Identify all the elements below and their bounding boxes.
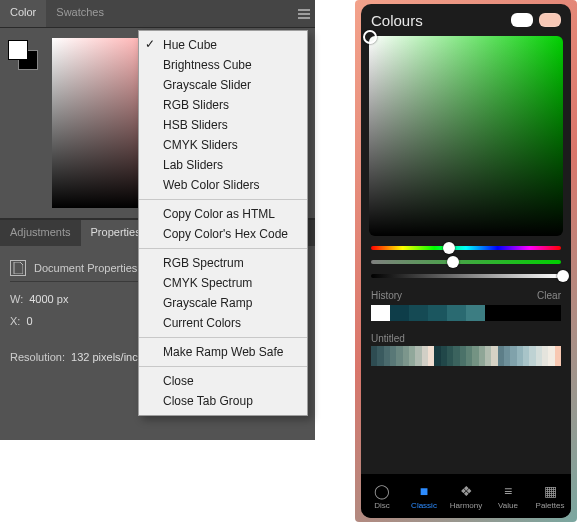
colours-title: Colours: [371, 12, 505, 29]
menu-item[interactable]: RGB Sliders: [139, 95, 307, 115]
document-icon: [10, 260, 26, 276]
history-swatch[interactable]: [466, 305, 485, 321]
value-slider-knob[interactable]: [557, 270, 569, 282]
secondary-colour-swatch[interactable]: [539, 13, 561, 27]
x-value[interactable]: 0: [26, 310, 32, 332]
x-label: X:: [10, 310, 20, 332]
menu-item[interactable]: Copy Color as HTML: [139, 204, 307, 224]
harmony-icon: ❖: [458, 483, 474, 499]
procreate-background: Colours History Clear Untitled ◯ Disc ■: [355, 0, 577, 522]
menu-separator: [139, 248, 307, 249]
palette-label[interactable]: Untitled: [361, 327, 571, 346]
document-properties-title: Document Properties: [34, 257, 137, 279]
width-value[interactable]: 4000 px: [29, 288, 68, 310]
procreate-colours-panel: Colours History Clear Untitled ◯ Disc ■: [361, 4, 571, 518]
menu-item[interactable]: Brightness Cube: [139, 55, 307, 75]
menu-item[interactable]: Make Ramp Web Safe: [139, 342, 307, 362]
primary-colour-swatch[interactable]: [511, 13, 533, 27]
menu-item[interactable]: Lab Sliders: [139, 155, 307, 175]
foreground-color-swatch[interactable]: [8, 40, 28, 60]
hue-slider[interactable]: [371, 246, 561, 250]
history-label: History: [371, 290, 402, 301]
color-panel-context-menu: ✓Hue CubeBrightness CubeGrayscale Slider…: [138, 30, 308, 416]
menu-item[interactable]: Current Colors: [139, 313, 307, 333]
menu-item[interactable]: Close: [139, 371, 307, 391]
menu-separator: [139, 366, 307, 367]
menu-item[interactable]: ✓Hue Cube: [139, 35, 307, 55]
menu-separator: [139, 199, 307, 200]
resolution-value[interactable]: 132 pixels/inch: [71, 346, 144, 368]
history-swatch[interactable]: [428, 305, 447, 321]
menu-item[interactable]: Close Tab Group: [139, 391, 307, 411]
tab-color[interactable]: Color: [0, 0, 46, 27]
panel-flyout-button[interactable]: [293, 0, 315, 27]
colour-mode-nav: ◯ Disc ■ Classic ❖ Harmony ≡ Value ▦ Pal…: [361, 474, 571, 518]
menu-item[interactable]: RGB Spectrum: [139, 253, 307, 273]
menu-item[interactable]: CMYK Sliders: [139, 135, 307, 155]
nav-value-label: Value: [498, 501, 518, 510]
classic-colour-picker[interactable]: [369, 36, 563, 236]
history-swatch[interactable]: [485, 305, 504, 321]
history-swatch[interactable]: [542, 305, 561, 321]
colour-cursor[interactable]: [363, 30, 377, 44]
history-swatch[interactable]: [504, 305, 523, 321]
history-swatch[interactable]: [409, 305, 428, 321]
colours-header: Colours: [361, 4, 571, 36]
palette-grid: [361, 346, 571, 372]
palettes-icon: ▦: [542, 483, 558, 499]
palette-swatch[interactable]: [555, 346, 561, 366]
nav-harmony-label: Harmony: [450, 501, 482, 510]
menu-item[interactable]: Grayscale Slider: [139, 75, 307, 95]
classic-icon: ■: [416, 483, 432, 499]
colour-sliders: [371, 246, 561, 278]
history-swatch[interactable]: [447, 305, 466, 321]
nav-value[interactable]: ≡ Value: [491, 483, 525, 510]
clear-history-button[interactable]: Clear: [537, 290, 561, 301]
menu-item[interactable]: Grayscale Ramp: [139, 293, 307, 313]
nav-classic[interactable]: ■ Classic: [407, 483, 441, 510]
nav-disc-label: Disc: [374, 501, 390, 510]
resolution-label: Resolution:: [10, 346, 65, 368]
foreground-background-swatches[interactable]: [8, 40, 38, 70]
nav-palettes[interactable]: ▦ Palettes: [533, 483, 567, 510]
tab-swatches[interactable]: Swatches: [46, 0, 114, 27]
width-label: W:: [10, 288, 23, 310]
nav-classic-label: Classic: [411, 501, 437, 510]
history-section-header: History Clear: [361, 282, 571, 305]
tab-adjustments[interactable]: Adjustments: [0, 220, 81, 246]
nav-harmony[interactable]: ❖ Harmony: [449, 483, 483, 510]
saturation-slider[interactable]: [371, 260, 561, 264]
menu-separator: [139, 337, 307, 338]
nav-disc[interactable]: ◯ Disc: [365, 483, 399, 510]
history-swatch[interactable]: [371, 305, 390, 321]
history-swatch[interactable]: [523, 305, 542, 321]
hue-slider-knob[interactable]: [443, 242, 455, 254]
history-swatch[interactable]: [390, 305, 409, 321]
value-icon: ≡: [500, 483, 516, 499]
menu-item[interactable]: HSB Sliders: [139, 115, 307, 135]
color-panel-tabs: Color Swatches: [0, 0, 315, 28]
menu-item[interactable]: Web Color Sliders: [139, 175, 307, 195]
menu-item[interactable]: CMYK Spectrum: [139, 273, 307, 293]
saturation-slider-knob[interactable]: [447, 256, 459, 268]
nav-palettes-label: Palettes: [536, 501, 565, 510]
menu-item[interactable]: Copy Color's Hex Code: [139, 224, 307, 244]
disc-icon: ◯: [374, 483, 390, 499]
colour-history-row: [361, 305, 571, 327]
hamburger-icon: [297, 7, 311, 21]
value-slider[interactable]: [371, 274, 561, 278]
